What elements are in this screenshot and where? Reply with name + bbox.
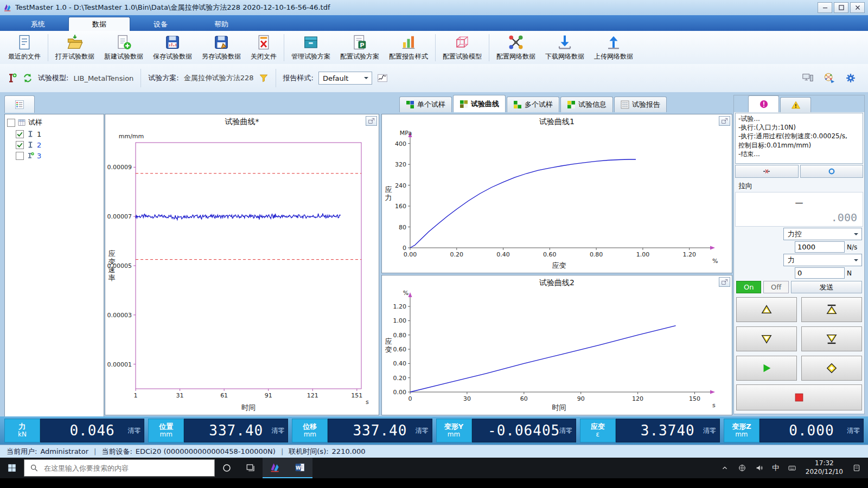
clear-button[interactable]: 清零 — [559, 426, 572, 435]
toolbar-config-model-button[interactable]: 配置试验模型 — [438, 32, 487, 63]
notification-center-button[interactable] — [848, 458, 865, 478]
strain-time-chart-panel: 试验曲线2 03060901201500.000.200.400.600.801… — [381, 275, 732, 415]
on-button[interactable]: On — [736, 281, 761, 293]
taskbar-app-word[interactable]: W — [288, 458, 312, 478]
svg-text:0.60: 0.60 — [393, 346, 407, 353]
cross-jog-button[interactable] — [801, 356, 862, 381]
maximize-button[interactable] — [834, 2, 848, 13]
tree-item-3[interactable]: 3 — [5, 150, 104, 161]
jog-up-limit-button[interactable] — [801, 297, 862, 322]
toolbar-separator — [284, 34, 284, 61]
taskbar-clock[interactable]: 17:32 2020/12/10 — [806, 459, 843, 476]
rate-input[interactable] — [795, 241, 845, 253]
toolbar-download-network-button[interactable]: 下载网络数据 — [540, 32, 589, 63]
menu-tab-1[interactable]: 数据 — [68, 17, 130, 31]
detach-button[interactable] — [735, 165, 799, 178]
toolbar-close-file-button[interactable]: 关闭文件 — [246, 32, 282, 63]
curve-style-icon[interactable] — [377, 73, 388, 84]
tab-messages[interactable] — [748, 95, 779, 112]
toolbar-config-scheme-button[interactable]: P配置试验方案 — [335, 32, 384, 63]
popout-icon — [368, 117, 375, 125]
view-tab-3[interactable]: 试验信息 — [560, 97, 613, 112]
clear-button[interactable]: 清零 — [127, 426, 141, 435]
close-button[interactable] — [850, 2, 865, 13]
toolbar-config-network-button[interactable]: 配置网络数据 — [492, 32, 540, 63]
checkbox[interactable] — [16, 141, 24, 149]
taskbar-app-testmaster[interactable] — [263, 458, 288, 478]
add-specimen-icon[interactable] — [7, 73, 17, 84]
volume-button[interactable] — [751, 458, 768, 478]
svg-text:s: s — [366, 399, 369, 406]
tree-item-1[interactable]: 1 — [5, 129, 104, 139]
view-tab-1[interactable]: 试验曲线 — [453, 95, 506, 112]
specimen-list-icon — [15, 100, 24, 110]
toolbar: 最近的文件打开试验数据新建试验数据保存试验数据另存试验数据关闭文件管理试验方案P… — [0, 31, 868, 65]
control-mode-dropdown[interactable]: 力控 — [783, 228, 862, 240]
checkbox[interactable] — [16, 130, 24, 138]
view-tab-0[interactable]: 单个试样 — [399, 97, 452, 112]
toolbar-recent-file-button[interactable]: 最近的文件 — [3, 32, 46, 63]
menu-tab-0[interactable]: 系统 — [8, 17, 68, 31]
speaker-icon — [755, 464, 764, 472]
measurement-value: -0.06405清零 — [472, 419, 576, 442]
run-button[interactable] — [736, 356, 797, 381]
touch-keyboard-button[interactable] — [784, 458, 800, 478]
tab-warnings[interactable] — [780, 97, 811, 112]
toolbar-new-data-button[interactable]: 新建试验数据 — [99, 32, 148, 63]
send-button[interactable]: 发送 — [791, 281, 862, 293]
search-input[interactable] — [43, 464, 209, 473]
network-tray-button[interactable] — [734, 458, 750, 478]
tree-item-2[interactable]: 2 — [5, 139, 104, 150]
link-button[interactable] — [800, 165, 864, 178]
taskbar-search[interactable] — [24, 459, 215, 477]
menu-tab-3[interactable]: 帮助 — [191, 17, 252, 31]
tree-item-label: 2 — [37, 141, 41, 149]
start-button[interactable] — [0, 458, 24, 478]
measurement-3: 变形Ymm-0.06405清零 — [436, 419, 576, 442]
clear-button[interactable]: 清零 — [847, 426, 860, 435]
toolbar-save-data-button[interactable]: 保存试验数据 — [148, 32, 197, 63]
view-tab-2[interactable]: 多个试样 — [507, 97, 559, 112]
view-tab-4[interactable]: 试验报告 — [614, 97, 667, 112]
toolbar-upload-network-button[interactable]: 上传网络数据 — [589, 32, 638, 63]
toolbar-manage-scheme-button[interactable]: 管理试验方案 — [286, 32, 335, 63]
jog-up-button[interactable] — [736, 297, 797, 322]
minimize-button[interactable] — [818, 2, 832, 13]
checkbox[interactable] — [7, 119, 15, 127]
task-view-button[interactable] — [239, 458, 263, 478]
popout-button[interactable] — [719, 116, 730, 126]
menu-tab-2[interactable]: 设备 — [130, 17, 191, 31]
toolbar-save-as-data-button[interactable]: 另存试验数据 — [197, 32, 246, 63]
svg-text:121: 121 — [307, 392, 318, 399]
clear-button[interactable]: 清零 — [271, 426, 284, 435]
svg-text:0.60: 0.60 — [543, 251, 557, 258]
target-mode-dropdown[interactable]: 力 — [783, 254, 862, 266]
alert-tabs — [734, 95, 864, 112]
filter-icon[interactable] — [259, 73, 269, 83]
jog-down-limit-button[interactable] — [801, 326, 862, 351]
settings-gear-icon[interactable] — [845, 73, 856, 84]
clear-button[interactable]: 清零 — [416, 426, 429, 435]
task-view-icon — [246, 463, 256, 473]
off-button[interactable]: Off — [763, 281, 788, 293]
jog-down-button[interactable] — [736, 326, 797, 351]
target-input[interactable] — [795, 267, 845, 279]
popout-button[interactable] — [366, 116, 377, 126]
toolbar-config-report-button[interactable]: 配置报告样式 — [384, 32, 433, 63]
measurement-2: 位移mm337.40清零 — [292, 419, 432, 442]
svg-text:30: 30 — [463, 395, 471, 402]
refresh-icon[interactable] — [22, 73, 33, 84]
popout-button[interactable] — [719, 277, 730, 287]
tree-root[interactable]: 试样 — [5, 117, 104, 129]
measurement-label: 变形Ymm — [436, 419, 472, 442]
clear-button[interactable]: 清零 — [703, 426, 716, 435]
tab-specimen-list[interactable] — [4, 95, 35, 113]
tray-expand-button[interactable] — [717, 458, 733, 478]
report-style-dropdown[interactable]: Default — [318, 72, 372, 85]
cortana-button[interactable] — [215, 458, 239, 478]
stop-button[interactable] — [736, 384, 862, 410]
checkbox[interactable] — [16, 152, 24, 160]
stress-strain-chart-panel: 试验曲线1 0.000.200.400.600.801.001.20080160… — [381, 114, 732, 273]
ime-indicator[interactable]: 中 — [769, 463, 783, 473]
toolbar-open-data-button[interactable]: 打开试验数据 — [50, 32, 99, 63]
